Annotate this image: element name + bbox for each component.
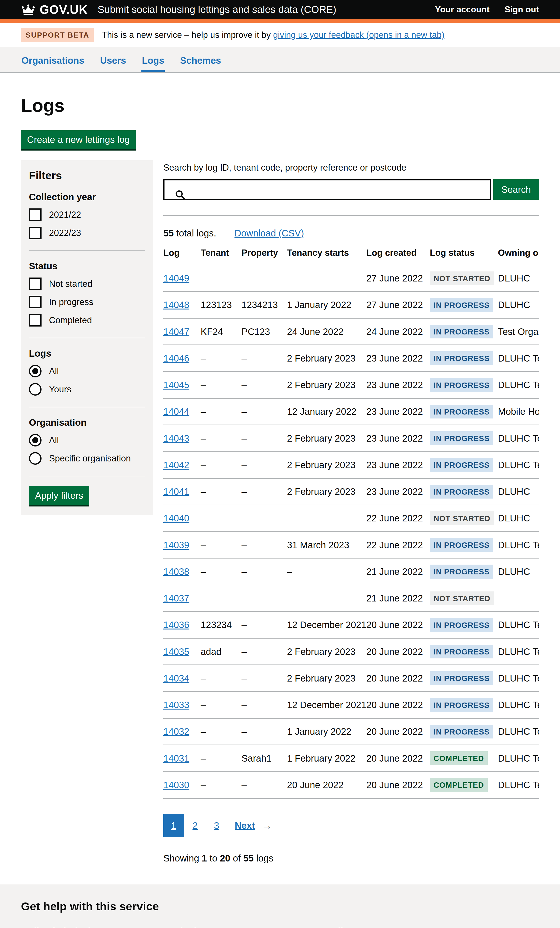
search-button[interactable]: Search (493, 179, 539, 200)
table-row: 14036123234–12 December 202120 June 2022… (163, 612, 539, 638)
log-link-14036[interactable]: 14036 (163, 620, 189, 630)
log-link-14030[interactable]: 14030 (163, 780, 189, 790)
log-link-14031[interactable]: 14031 (163, 753, 189, 763)
pagination-page-2[interactable]: 2 (185, 814, 205, 837)
sign-out-link[interactable]: Sign out (505, 4, 539, 15)
nav-item-logs[interactable]: Logs (141, 47, 165, 72)
log-link-14040[interactable]: 14040 (163, 513, 189, 523)
radio-selected[interactable] (29, 365, 41, 377)
filter-option-2021-22[interactable]: 2021/22 (29, 208, 145, 221)
service-name-link[interactable]: Submit social housing lettings and sales… (98, 3, 336, 16)
pagination-page-1[interactable]: 1 (163, 814, 184, 837)
log-link-14032[interactable]: 14032 (163, 727, 189, 737)
cell-property: – (241, 772, 287, 798)
log-link-14045[interactable]: 14045 (163, 380, 189, 390)
create-lettings-log-button[interactable]: Create a new lettings log (21, 130, 136, 149)
search-input[interactable] (165, 180, 490, 198)
status-badge: IN PROGRESS (430, 458, 493, 472)
log-link-14046[interactable]: 14046 (163, 353, 189, 363)
table-row: 14041––2 February 202323 June 2022IN PRO… (163, 478, 539, 505)
apply-filters-button[interactable]: Apply filters (29, 486, 89, 505)
nav-item-users[interactable]: Users (100, 47, 127, 72)
footer-col-online-helpdesk: Online helpdeskCORE helpdesk (opens in a… (21, 926, 170, 928)
log-link-14042[interactable]: 14042 (163, 460, 189, 470)
cell-tenant: – (201, 372, 241, 398)
log-link-14044[interactable]: 14044 (163, 406, 189, 417)
table-row: 14031–Sarah11 February 202220 June 2022C… (163, 745, 539, 772)
log-link-14041[interactable]: 14041 (163, 486, 189, 497)
cell-property: – (241, 665, 287, 691)
cell-property: – (241, 532, 287, 558)
filter-option-all[interactable]: All (29, 434, 145, 447)
table-row: 14049–––27 June 2022NOT STARTEDDLUHC (163, 265, 539, 292)
results-section: Search by log ID, tenant code, property … (163, 160, 539, 864)
cell-property: 1234213 (241, 292, 287, 318)
govuk-logo-link[interactable]: GOV.UK (21, 2, 88, 17)
column-header-tenancy-starts: Tenancy starts (287, 246, 366, 265)
main-content: Logs Create a new lettings log Filters C… (0, 94, 560, 864)
cell-tenant: KF24 (201, 318, 241, 345)
cell-log-created: 21 June 2022 (366, 558, 430, 585)
your-account-link[interactable]: Your account (435, 4, 490, 15)
nav-item-schemes[interactable]: Schemes (180, 47, 222, 72)
status-badge: COMPLETED (430, 751, 488, 765)
cell-tenant: – (201, 265, 241, 292)
log-link-14047[interactable]: 14047 (163, 327, 189, 337)
total-logs-line: 55 total logs.Download (CSV) (163, 227, 539, 239)
cell-owning-org: DLUHC Tes (498, 718, 539, 745)
feedback-link[interactable]: giving us your feedback (opens in a new … (273, 30, 444, 40)
cell-tenant: – (201, 452, 241, 478)
cell-log-created: 22 June 2022 (366, 532, 430, 558)
table-row: 14033––12 December 202120 June 2022IN PR… (163, 691, 539, 718)
filter-group-logs: LogsAllYours (29, 338, 145, 395)
cell-log-created: 20 June 2022 (366, 612, 430, 638)
status-badge: IN PROGRESS (430, 538, 493, 552)
header-links: Your account Sign out (435, 4, 539, 15)
checkbox-unchecked[interactable] (29, 227, 41, 239)
pagination-page-3[interactable]: 3 (206, 814, 227, 837)
log-link-14048[interactable]: 14048 (163, 300, 189, 310)
log-link-14033[interactable]: 14033 (163, 700, 189, 710)
filter-option-all[interactable]: All (29, 365, 145, 377)
log-link-14043[interactable]: 14043 (163, 433, 189, 443)
filter-option-not-started[interactable]: Not started (29, 278, 145, 290)
checkbox-unchecked[interactable] (29, 208, 41, 221)
cell-owning-org: DLUHC Tes (498, 372, 539, 398)
checkbox-unchecked[interactable] (29, 296, 41, 308)
radio-unselected[interactable] (29, 452, 41, 465)
log-link-14037[interactable]: 14037 (163, 593, 189, 603)
radio-unselected[interactable] (29, 383, 41, 395)
filter-option-2022-23[interactable]: 2022/23 (29, 227, 145, 239)
cell-property: – (241, 372, 287, 398)
column-header-owning-organisation: Owning organisation (498, 246, 539, 265)
log-link-14039[interactable]: 14039 (163, 540, 189, 550)
footer: Get help with this service Online helpde… (0, 884, 560, 928)
page-title: Logs (21, 94, 539, 117)
cell-tenant: – (201, 665, 241, 691)
divider (163, 215, 539, 216)
download-csv-link[interactable]: Download (CSV) (235, 228, 304, 238)
log-link-14034[interactable]: 14034 (163, 673, 189, 684)
cell-owning-org: DLUHC Tes (498, 345, 539, 372)
log-link-14049[interactable]: 14049 (163, 273, 189, 283)
radio-selected[interactable] (29, 434, 41, 447)
pagination-next-link[interactable]: Next (235, 820, 255, 831)
beta-text: This is a new service – help us improve … (102, 30, 444, 40)
log-link-14035[interactable]: 14035 (163, 647, 189, 657)
cell-log-created: 23 June 2022 (366, 425, 430, 452)
cell-log-created: 23 June 2022 (366, 478, 430, 505)
filter-option-completed[interactable]: Completed (29, 314, 145, 327)
checkbox-unchecked[interactable] (29, 314, 41, 327)
table-row: 14032––1 January 202220 June 2022IN PROG… (163, 718, 539, 745)
filter-option-yours[interactable]: Yours (29, 383, 145, 395)
cell-log-created: 22 June 2022 (366, 505, 430, 531)
cell-tenant: – (201, 772, 241, 798)
cell-tenant: 123123 (201, 292, 241, 318)
log-link-14038[interactable]: 14038 (163, 566, 189, 577)
checkbox-unchecked[interactable] (29, 278, 41, 290)
cell-tenant: – (201, 745, 241, 772)
filter-option-specific-organisation[interactable]: Specific organisation (29, 452, 145, 465)
filter-option-in-progress[interactable]: In progress (29, 296, 145, 308)
nav-item-organisations[interactable]: Organisations (21, 47, 85, 72)
filter-option-label: Specific organisation (49, 453, 131, 464)
